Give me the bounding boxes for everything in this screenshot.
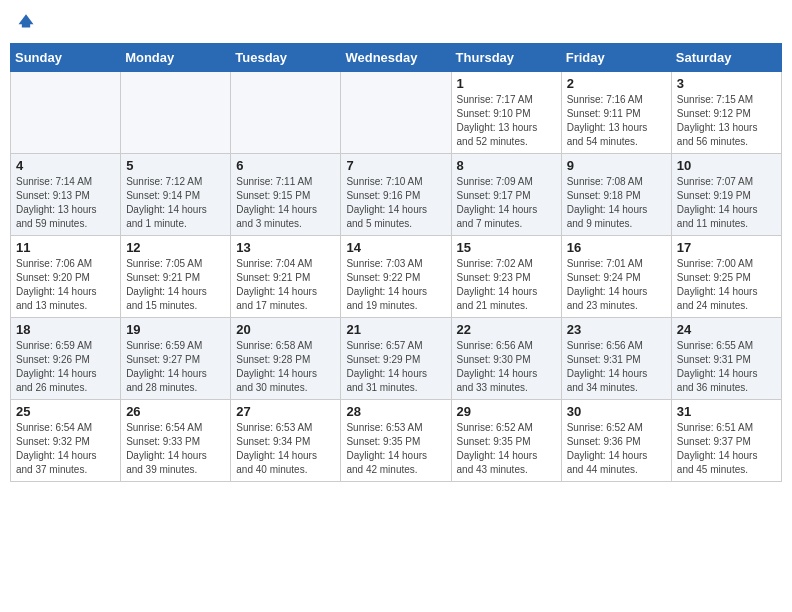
day-number: 31 (677, 404, 776, 419)
day-info: Sunrise: 7:02 AM Sunset: 9:23 PM Dayligh… (457, 257, 556, 313)
day-info: Sunrise: 7:14 AM Sunset: 9:13 PM Dayligh… (16, 175, 115, 231)
day-info: Sunrise: 7:12 AM Sunset: 9:14 PM Dayligh… (126, 175, 225, 231)
day-cell: 12Sunrise: 7:05 AM Sunset: 9:21 PM Dayli… (121, 236, 231, 318)
day-info: Sunrise: 6:54 AM Sunset: 9:33 PM Dayligh… (126, 421, 225, 477)
day-cell: 7Sunrise: 7:10 AM Sunset: 9:16 PM Daylig… (341, 154, 451, 236)
week-row-1: 1Sunrise: 7:17 AM Sunset: 9:10 PM Daylig… (11, 72, 782, 154)
week-row-2: 4Sunrise: 7:14 AM Sunset: 9:13 PM Daylig… (11, 154, 782, 236)
day-number: 16 (567, 240, 666, 255)
day-number: 7 (346, 158, 445, 173)
day-number: 27 (236, 404, 335, 419)
day-cell: 22Sunrise: 6:56 AM Sunset: 9:30 PM Dayli… (451, 318, 561, 400)
day-info: Sunrise: 7:11 AM Sunset: 9:15 PM Dayligh… (236, 175, 335, 231)
day-number: 15 (457, 240, 556, 255)
day-info: Sunrise: 6:56 AM Sunset: 9:31 PM Dayligh… (567, 339, 666, 395)
day-cell: 10Sunrise: 7:07 AM Sunset: 9:19 PM Dayli… (671, 154, 781, 236)
day-number: 11 (16, 240, 115, 255)
day-cell: 2Sunrise: 7:16 AM Sunset: 9:11 PM Daylig… (561, 72, 671, 154)
day-info: Sunrise: 6:53 AM Sunset: 9:34 PM Dayligh… (236, 421, 335, 477)
day-number: 8 (457, 158, 556, 173)
day-number: 18 (16, 322, 115, 337)
day-info: Sunrise: 6:55 AM Sunset: 9:31 PM Dayligh… (677, 339, 776, 395)
day-header-thursday: Thursday (451, 44, 561, 72)
day-number: 9 (567, 158, 666, 173)
week-row-5: 25Sunrise: 6:54 AM Sunset: 9:32 PM Dayli… (11, 400, 782, 482)
day-cell (121, 72, 231, 154)
day-number: 4 (16, 158, 115, 173)
day-number: 5 (126, 158, 225, 173)
day-info: Sunrise: 7:07 AM Sunset: 9:19 PM Dayligh… (677, 175, 776, 231)
day-cell: 3Sunrise: 7:15 AM Sunset: 9:12 PM Daylig… (671, 72, 781, 154)
day-cell: 8Sunrise: 7:09 AM Sunset: 9:17 PM Daylig… (451, 154, 561, 236)
day-cell (341, 72, 451, 154)
day-number: 26 (126, 404, 225, 419)
day-number: 22 (457, 322, 556, 337)
day-cell: 27Sunrise: 6:53 AM Sunset: 9:34 PM Dayli… (231, 400, 341, 482)
day-cell: 14Sunrise: 7:03 AM Sunset: 9:22 PM Dayli… (341, 236, 451, 318)
day-header-sunday: Sunday (11, 44, 121, 72)
day-info: Sunrise: 7:16 AM Sunset: 9:11 PM Dayligh… (567, 93, 666, 149)
day-cell: 6Sunrise: 7:11 AM Sunset: 9:15 PM Daylig… (231, 154, 341, 236)
day-number: 21 (346, 322, 445, 337)
day-cell: 30Sunrise: 6:52 AM Sunset: 9:36 PM Dayli… (561, 400, 671, 482)
day-info: Sunrise: 6:56 AM Sunset: 9:30 PM Dayligh… (457, 339, 556, 395)
day-header-monday: Monday (121, 44, 231, 72)
day-cell: 5Sunrise: 7:12 AM Sunset: 9:14 PM Daylig… (121, 154, 231, 236)
day-cell: 17Sunrise: 7:00 AM Sunset: 9:25 PM Dayli… (671, 236, 781, 318)
day-number: 30 (567, 404, 666, 419)
day-number: 24 (677, 322, 776, 337)
day-info: Sunrise: 7:04 AM Sunset: 9:21 PM Dayligh… (236, 257, 335, 313)
day-info: Sunrise: 7:06 AM Sunset: 9:20 PM Dayligh… (16, 257, 115, 313)
day-cell: 4Sunrise: 7:14 AM Sunset: 9:13 PM Daylig… (11, 154, 121, 236)
day-number: 10 (677, 158, 776, 173)
day-info: Sunrise: 7:08 AM Sunset: 9:18 PM Dayligh… (567, 175, 666, 231)
day-cell: 28Sunrise: 6:53 AM Sunset: 9:35 PM Dayli… (341, 400, 451, 482)
day-info: Sunrise: 6:57 AM Sunset: 9:29 PM Dayligh… (346, 339, 445, 395)
day-info: Sunrise: 6:52 AM Sunset: 9:35 PM Dayligh… (457, 421, 556, 477)
day-info: Sunrise: 7:10 AM Sunset: 9:16 PM Dayligh… (346, 175, 445, 231)
day-info: Sunrise: 7:00 AM Sunset: 9:25 PM Dayligh… (677, 257, 776, 313)
day-cell: 31Sunrise: 6:51 AM Sunset: 9:37 PM Dayli… (671, 400, 781, 482)
day-cell (11, 72, 121, 154)
day-info: Sunrise: 6:59 AM Sunset: 9:27 PM Dayligh… (126, 339, 225, 395)
day-info: Sunrise: 7:15 AM Sunset: 9:12 PM Dayligh… (677, 93, 776, 149)
day-number: 14 (346, 240, 445, 255)
day-number: 28 (346, 404, 445, 419)
day-number: 20 (236, 322, 335, 337)
day-info: Sunrise: 6:59 AM Sunset: 9:26 PM Dayligh… (16, 339, 115, 395)
day-number: 29 (457, 404, 556, 419)
logo (14, 10, 38, 35)
day-cell: 9Sunrise: 7:08 AM Sunset: 9:18 PM Daylig… (561, 154, 671, 236)
day-cell: 26Sunrise: 6:54 AM Sunset: 9:33 PM Dayli… (121, 400, 231, 482)
day-number: 23 (567, 322, 666, 337)
day-info: Sunrise: 6:52 AM Sunset: 9:36 PM Dayligh… (567, 421, 666, 477)
day-cell: 25Sunrise: 6:54 AM Sunset: 9:32 PM Dayli… (11, 400, 121, 482)
week-row-3: 11Sunrise: 7:06 AM Sunset: 9:20 PM Dayli… (11, 236, 782, 318)
day-header-wednesday: Wednesday (341, 44, 451, 72)
day-number: 2 (567, 76, 666, 91)
day-number: 13 (236, 240, 335, 255)
day-number: 3 (677, 76, 776, 91)
header (10, 10, 782, 35)
day-cell: 13Sunrise: 7:04 AM Sunset: 9:21 PM Dayli… (231, 236, 341, 318)
day-cell: 23Sunrise: 6:56 AM Sunset: 9:31 PM Dayli… (561, 318, 671, 400)
day-info: Sunrise: 7:05 AM Sunset: 9:21 PM Dayligh… (126, 257, 225, 313)
day-header-saturday: Saturday (671, 44, 781, 72)
day-cell: 18Sunrise: 6:59 AM Sunset: 9:26 PM Dayli… (11, 318, 121, 400)
logo-icon (16, 10, 36, 30)
day-info: Sunrise: 7:17 AM Sunset: 9:10 PM Dayligh… (457, 93, 556, 149)
day-info: Sunrise: 6:53 AM Sunset: 9:35 PM Dayligh… (346, 421, 445, 477)
calendar: SundayMondayTuesdayWednesdayThursdayFrid… (10, 43, 782, 482)
day-cell (231, 72, 341, 154)
day-header-friday: Friday (561, 44, 671, 72)
day-cell: 1Sunrise: 7:17 AM Sunset: 9:10 PM Daylig… (451, 72, 561, 154)
day-info: Sunrise: 6:54 AM Sunset: 9:32 PM Dayligh… (16, 421, 115, 477)
day-info: Sunrise: 7:03 AM Sunset: 9:22 PM Dayligh… (346, 257, 445, 313)
day-number: 12 (126, 240, 225, 255)
week-row-4: 18Sunrise: 6:59 AM Sunset: 9:26 PM Dayli… (11, 318, 782, 400)
day-header-tuesday: Tuesday (231, 44, 341, 72)
day-cell: 24Sunrise: 6:55 AM Sunset: 9:31 PM Dayli… (671, 318, 781, 400)
day-info: Sunrise: 6:58 AM Sunset: 9:28 PM Dayligh… (236, 339, 335, 395)
day-cell: 11Sunrise: 7:06 AM Sunset: 9:20 PM Dayli… (11, 236, 121, 318)
day-cell: 19Sunrise: 6:59 AM Sunset: 9:27 PM Dayli… (121, 318, 231, 400)
